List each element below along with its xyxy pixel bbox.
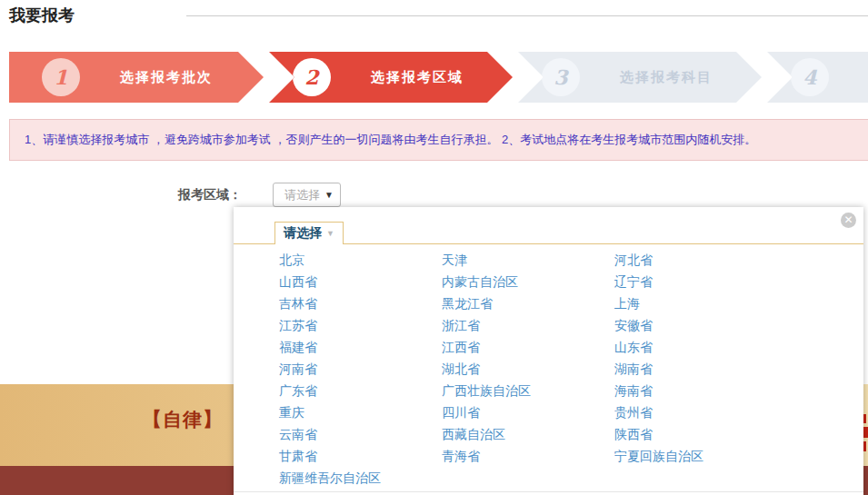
step-1-number: 1: [42, 58, 80, 96]
province-option[interactable]: 福建省: [279, 336, 317, 358]
province-option[interactable]: 陕西省: [614, 423, 653, 445]
region-field-label: 报考区域：: [178, 187, 242, 203]
province-option[interactable]: 湖北省: [442, 358, 480, 380]
panel-divider: [234, 491, 863, 492]
province-option[interactable]: 甘肃省: [279, 445, 317, 467]
step-3-number: 3: [542, 58, 580, 96]
province-option[interactable]: 内蒙古自治区: [442, 271, 518, 292]
province-option[interactable]: 青海省: [442, 445, 480, 467]
province-option[interactable]: 山西省: [279, 271, 317, 292]
step-3-label: 选择报考科目: [620, 69, 713, 86]
province-option[interactable]: 广西壮族自治区: [442, 380, 531, 401]
province-option[interactable]: 河南省: [279, 358, 317, 380]
province-option[interactable]: 宁夏回族自治区: [614, 445, 703, 467]
province-option[interactable]: 海南省: [614, 380, 653, 401]
step-2-label: 选择报考区域: [371, 69, 464, 86]
province-option[interactable]: 浙江省: [442, 314, 480, 336]
province-option[interactable]: 重庆: [279, 401, 304, 423]
step-2-region[interactable]: 2 选择报考区域: [269, 52, 513, 103]
region-select-value: 请选择: [284, 187, 320, 203]
province-option[interactable]: 天津: [442, 249, 467, 271]
province-option[interactable]: 黑龙江省: [442, 292, 493, 314]
province-option[interactable]: 辽宁省: [614, 271, 653, 292]
step-3-subject[interactable]: 3 选择报考科目: [518, 52, 762, 103]
province-option[interactable]: 江西省: [442, 336, 480, 358]
region-select[interactable]: 请选择 ▼: [273, 183, 341, 207]
province-option[interactable]: 安徽省: [614, 314, 653, 336]
chevron-down-icon: ▼: [326, 229, 334, 238]
notice-text: 1、请谨慎选择报考城市 ，避免跨城市参加考试 ，否则产生的一切问题将由考生自行承…: [25, 132, 756, 148]
chevron-down-icon: ▼: [324, 190, 334, 200]
province-option[interactable]: 四川省: [442, 401, 480, 423]
province-option[interactable]: 上海: [614, 292, 640, 314]
province-option[interactable]: 新疆维吾尔自治区: [279, 467, 381, 489]
page-title: 我要报考: [9, 5, 75, 26]
province-option[interactable]: 贵州省: [614, 401, 653, 423]
step-2-number: 2: [293, 58, 331, 96]
close-icon[interactable]: ✕: [841, 213, 856, 228]
step-4[interactable]: 4: [767, 52, 868, 103]
title-divider: [186, 15, 868, 16]
step-4-number: 4: [791, 58, 829, 96]
province-option[interactable]: 北京: [279, 249, 304, 271]
banner-slogan: 【自律】: [143, 407, 223, 432]
notice-bar: 1、请谨慎选择报考城市 ，避免跨城市参加考试 ，否则产生的一切问题将由考生自行承…: [9, 119, 868, 161]
region-picker-panel: ✕ 请选择 ▼ 北京天津河北省山西省内蒙古自治区辽宁省吉林省黑龙江省上海江苏省浙…: [234, 207, 863, 495]
step-1-batch[interactable]: 1 选择报考批次: [9, 52, 264, 103]
province-option[interactable]: 山东省: [614, 336, 653, 358]
province-option[interactable]: 西藏自治区: [442, 423, 505, 445]
province-option[interactable]: 江苏省: [279, 314, 317, 336]
province-option[interactable]: 云南省: [279, 423, 317, 445]
province-option[interactable]: 吉林省: [279, 292, 317, 314]
step-1-label: 选择报考批次: [120, 69, 213, 86]
province-list: 北京天津河北省山西省内蒙古自治区辽宁省吉林省黑龙江省上海江苏省浙江省安徽省福建省…: [279, 249, 845, 489]
tab-label: 请选择: [284, 225, 322, 242]
province-option[interactable]: 广东省: [279, 380, 317, 401]
step-wizard: 1 选择报考批次 2 选择报考区域 3 选择报考科目 4: [0, 52, 868, 103]
tab-please-select[interactable]: 请选择 ▼: [274, 222, 344, 244]
province-option[interactable]: 湖南省: [614, 358, 653, 380]
province-option[interactable]: 河北省: [614, 249, 653, 271]
